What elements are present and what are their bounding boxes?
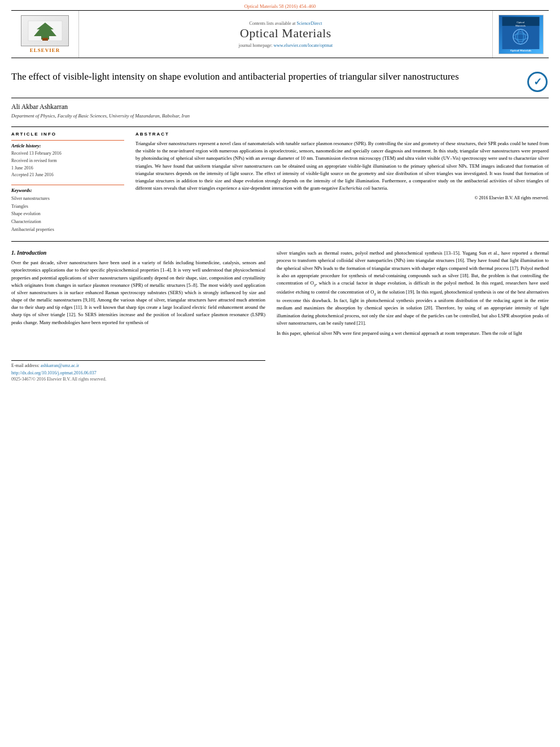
page: Optical Materials 58 (2016) 454–460 ELSE… [0,0,560,747]
crossmark-icon: ✓ [527,72,548,92]
body-left-column: 1. Introduction Over the past decade, si… [11,250,265,382]
author-affiliation: Department of Physics, Faculty of Basic … [11,113,549,119]
sciencedirect-anchor[interactable]: ScienceDirect [297,21,322,26]
sciencedirect-link: Contents lists available at ScienceDirec… [250,21,322,26]
keyword-silver-nanostructures: Silver nanostructures [11,195,124,203]
journal-cover-image: Optical Materials Optical Materials [498,15,544,54]
article-info-abstract-columns: ARTICLE INFO Article history: Received 1… [11,126,549,233]
intro-paragraph-right-1: silver triangles such as thermal routes,… [277,250,549,327]
top-citation-text: Optical Materials 58 (2016) 454–460 [244,3,316,9]
copyright-line: © 2016 Elsevier B.V. All rights reserved… [135,195,549,200]
email-link[interactable]: ashkarran@umz.ac.ir [41,363,79,368]
keyword-antibacterial: Antibacterial properties [11,226,124,234]
keyword-triangles: Triangles [11,203,124,211]
abstract-label: ABSTRACT [135,132,549,137]
body-right-column: silver triangles such as thermal routes,… [277,250,549,382]
intro-paragraph-right-2: In this paper, spherical silver NPs were… [277,330,549,337]
article-info-column: ARTICLE INFO Article history: Received 1… [11,132,124,233]
author-name: Ali Akbar Ashkarran [11,103,549,111]
spherical-keyword: spherical [176,155,193,161]
doi-link[interactable]: http://dx.doi.org/10.1016/j.optmat.2016.… [11,370,97,375]
cover-svg: Optical Materials [500,17,542,49]
elsevier-logo-container: ELSEVIER [11,11,79,58]
keyword-shape-evolution: Shape evolution [11,210,124,218]
svg-rect-2 [42,38,48,41]
introduction-heading: 1. Introduction [11,250,265,256]
crossmark-container: ✓ [526,71,549,93]
elsevier-logo: ELSEVIER [21,15,69,53]
body-divider [11,241,549,242]
abstract-text: Triangular silver nanostructures represe… [135,140,549,192]
keywords-box: Keywords: Silver nanostructures Triangle… [11,185,124,233]
email-footnote: E-mail address: ashkarran@umz.ac.ir [11,363,265,368]
article-info-label: ARTICLE INFO [11,132,124,137]
received-date: Received 13 February 2016 [11,150,124,158]
main-content: The effect of visible-light intensity on… [11,58,549,388]
accepted-date: Accepted 21 June 2016 [11,172,124,179]
elsevier-logo-image [21,15,69,46]
journal-cover-container: Optical Materials Optical Materials [492,11,549,58]
revised-date: 1 June 2016 [11,165,124,172]
journal-homepage-line: journal homepage: www.elsevier.com/locat… [239,43,333,48]
abstract-column: ABSTRACT Triangular silver nanostructure… [135,132,549,233]
history-title: Article history: [11,143,124,148]
footer-area: E-mail address: ashkarran@umz.ac.ir http… [11,360,265,382]
keywords-title: Keywords: [11,187,124,193]
keyword-characterization: Characterization [11,218,124,226]
svg-text:Materials: Materials [515,24,526,27]
author-section: Ali Akbar Ashkarran Department of Physic… [11,98,549,121]
cover-title-text: Optical Materials [510,49,532,52]
journal-header-center: Contents lists available at ScienceDirec… [79,11,492,58]
bacteria-name: Escherichia coli [339,185,370,191]
article-history-box: Article history: Received 13 February 20… [11,140,124,179]
journal-header: ELSEVIER Contents lists available at Sci… [11,10,549,58]
homepage-url[interactable]: www.elsevier.com/locate/optmat [273,43,333,48]
top-citation-bar: Optical Materials 58 (2016) 454–460 [0,0,560,10]
svg-text:Optical: Optical [517,20,524,23]
article-title: The effect of visible-light intensity on… [11,71,459,83]
elsevier-tree-svg [25,18,65,43]
article-title-section: The effect of visible-light intensity on… [11,65,549,98]
doi-line: http://dx.doi.org/10.1016/j.optmat.2016.… [11,370,265,375]
issn-line: 0925-3467/© 2016 Elsevier B.V. All right… [11,377,265,382]
intro-paragraph-1: Over the past decade, silver nanostructu… [11,259,265,326]
revised-label: Received in revised form [11,158,124,165]
body-content-columns: 1. Introduction Over the past decade, si… [11,250,549,382]
elsevier-brand-text: ELSEVIER [30,47,60,53]
journal-name-heading: Optical Materials [240,26,331,41]
